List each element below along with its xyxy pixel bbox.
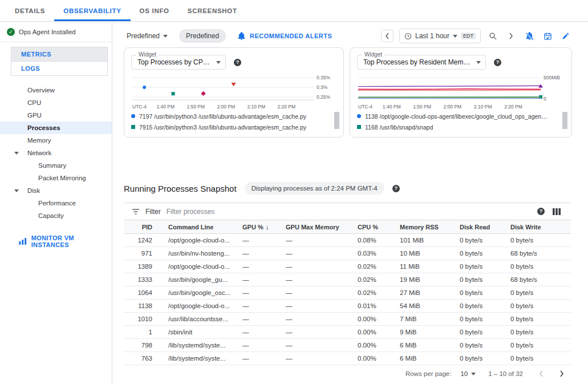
help-icon[interactable]: ? (392, 185, 400, 192)
table-header-row: PIDCommand LineGPU %↓GPU Max MemoryCPU %… (124, 220, 571, 234)
svg-text:2:00 PM: 2:00 PM (444, 104, 462, 110)
metric-select[interactable]: Widget Top Processes by Resident Memory (357, 55, 486, 70)
table-body: 1242/opt/google-cloud-o...——0.08%101 MiB… (124, 234, 571, 365)
search-icon[interactable] (486, 30, 499, 42)
table-row[interactable]: 1242/opt/google-cloud-o...——0.08%101 MiB… (124, 234, 571, 247)
widget-card-memory: Widget Top Processes by Resident Memory … (350, 47, 572, 138)
edit-pencil-icon[interactable] (559, 30, 572, 42)
table-row[interactable]: 1064/usr/bin/google_osc...——0.02%27 MiB0… (124, 286, 571, 300)
cell-gpu-max-memory: — (286, 276, 358, 283)
table-filter-bar: Filter ? (124, 203, 571, 220)
chevron-right-icon[interactable] (505, 30, 517, 42)
filter-processes-input[interactable] (167, 208, 532, 216)
expand-arrow-icon[interactable] (14, 189, 19, 192)
sidebar-item-label: Packet Mirroring (38, 175, 86, 181)
sidebar-item-network[interactable]: Network (0, 147, 112, 159)
help-icon[interactable]: ? (494, 59, 501, 66)
running-processes-section: Running Processes Snapshot Displaying pr… (124, 182, 571, 382)
predefined-dropdown[interactable]: Predefined (127, 32, 168, 40)
sidebar-item-disk[interactable]: Disk (0, 184, 112, 197)
tab-details[interactable]: DETAILS (6, 0, 54, 21)
expand-arrow-icon[interactable] (14, 152, 19, 155)
table-row[interactable]: 1333/usr/bin/google_gu...——0.02%19 MiB0 … (124, 273, 571, 286)
sidebar-item-overview[interactable]: Overview (0, 84, 112, 96)
sidebar-item-summary[interactable]: Summary (0, 159, 112, 172)
sidebar-section-metrics[interactable]: METRICS (11, 47, 107, 61)
column-header-cpu[interactable]: CPU % (358, 224, 400, 231)
cell-disk-write: 68 byte/s (510, 250, 571, 257)
table-row[interactable]: 763/lib/systemd/syste...——0.00%6 MiB0 by… (124, 352, 571, 365)
rows-per-page-select[interactable]: 10 (460, 370, 476, 377)
legend-item[interactable]: 7915 /usr/bin/python3 /usr/lib/ubuntu-ad… (131, 122, 336, 132)
sidebar-item-cpu[interactable]: CPU (0, 96, 112, 109)
sidebar-item-packet-mirroring[interactable]: Packet Mirroring (0, 172, 112, 184)
cell-gpu: — (242, 237, 286, 244)
tab-os-info[interactable]: OS INFO (131, 0, 179, 21)
cell-cpu: 0.03% (358, 250, 400, 257)
column-header-command-line[interactable]: Command Line (168, 224, 242, 231)
sidebar-item-performance[interactable]: Performance (0, 197, 112, 209)
svg-text:UTC-4: UTC-4 (358, 104, 372, 110)
cpu-scatter-chart[interactable]: 0.35%0.3%0.25%UTC-41:40 PM1:50 PM2:00 PM… (131, 73, 338, 110)
memory-line-chart[interactable]: 500MiB0UTC-41:40 PM1:50 PM2:00 PM2:10 PM… (357, 73, 565, 110)
sidebar-item-processes[interactable]: Processes (0, 122, 112, 134)
legend-item[interactable]: 7197 /usr/bin/python3 /usr/lib/ubuntu-ad… (131, 111, 336, 122)
notifications-off-icon[interactable] (523, 30, 536, 42)
cell-disk-write: 68 byte/s (510, 276, 571, 283)
cell-gpu-max-memory: — (286, 263, 358, 270)
time-range-selector[interactable]: Last 1 hour EDT (399, 29, 481, 43)
previous-page-icon[interactable] (536, 368, 547, 379)
cell-command-line: /lib/systemd/syste... (168, 355, 242, 362)
table-row[interactable]: 1138/opt/google-cloud-o...——0.01%54 MiB0… (124, 300, 571, 313)
cell-disk-write: 0 byte/s (510, 316, 571, 322)
metric-select[interactable]: Widget Top Processes by CPU % (131, 55, 226, 70)
legend-scrollbar[interactable] (334, 112, 339, 129)
legend-item[interactable]: 1138 /opt/google-cloud-ops-agent/libexec… (357, 111, 565, 122)
cell-memory-rss: 11 MiB (400, 263, 460, 270)
table-row[interactable]: 1010/usr/lib/accountsse...——0.00%7 MiB0 … (124, 313, 571, 326)
calendar-check-icon[interactable] (541, 30, 554, 42)
next-page-icon[interactable] (556, 368, 567, 379)
cell-memory-rss: 54 MiB (400, 302, 460, 309)
cell-memory-rss: 10 MiB (400, 250, 460, 257)
column-header-gpu[interactable]: GPU %↓ (242, 224, 286, 231)
column-header-label: GPU Max Memory (286, 224, 339, 231)
column-header-gpu-max-memory[interactable]: GPU Max Memory (286, 224, 358, 231)
sidebar-item-capacity[interactable]: Capacity (0, 209, 112, 222)
cell-pid: 1138 (124, 302, 168, 309)
sort-desc-icon[interactable]: ↓ (266, 224, 269, 231)
metric-select-value: Top Processes by CPU % (137, 58, 216, 66)
cell-disk-write: 0 byte/s (510, 263, 571, 270)
table-row[interactable]: 971/usr/bin/nv-hosteng...——0.03%10 MiB0 … (124, 247, 571, 260)
sidebar-item-gpu[interactable]: GPU (0, 109, 112, 122)
caret-down-icon (163, 35, 168, 38)
view-columns-icon[interactable] (550, 205, 563, 218)
table-row[interactable]: 1/sbin/init——0.00%9 MiB0 byte/s0 byte/s (124, 326, 571, 339)
legend-item[interactable]: 1168 /usr/lib/snapd/snapd (357, 122, 565, 132)
section-title: Running Processes Snapshot (124, 184, 237, 193)
sidebar-item-memory[interactable]: Memory (0, 134, 112, 147)
cell-disk-read: 0 byte/s (460, 302, 510, 309)
caret-down-icon (216, 61, 221, 64)
monitor-vm-instances-link[interactable]: MONITOR VM INSTANCES (19, 235, 112, 248)
column-header-memory-rss[interactable]: Memory RSS (400, 224, 460, 231)
column-header-label: Memory RSS (400, 224, 439, 231)
sidebar-section-logs[interactable]: LOGS (11, 61, 107, 75)
metric-select-value: Top Processes by Resident Memory (363, 58, 476, 66)
tab-observability[interactable]: OBSERVABILITY (54, 0, 130, 21)
help-icon[interactable]: ? (234, 59, 241, 66)
svg-text:2:20 PM: 2:20 PM (277, 104, 295, 110)
column-header-disk-write[interactable]: Disk Write (510, 224, 571, 231)
table-row[interactable]: 798/lib/systemd/syste...——0.00%6 MiB0 by… (124, 339, 571, 352)
legend-marker-icon (357, 125, 361, 129)
table-row[interactable]: 1389/opt/google-cloud-o...——0.02%11 MiB0… (124, 260, 571, 273)
predefined-chip[interactable]: Predefined (179, 29, 226, 43)
help-icon[interactable]: ? (537, 208, 545, 215)
column-header-disk-read[interactable]: Disk Read (460, 224, 510, 231)
legend-scrollbar[interactable] (562, 112, 567, 129)
chevron-left-icon[interactable] (381, 30, 394, 42)
column-header-pid[interactable]: PID (124, 224, 168, 231)
tab-screenshot[interactable]: SCREENSHOT (179, 0, 246, 21)
svg-text:500MiB: 500MiB (544, 75, 560, 80)
recommended-alerts-link[interactable]: RECOMMENDED ALERTS (237, 32, 332, 41)
